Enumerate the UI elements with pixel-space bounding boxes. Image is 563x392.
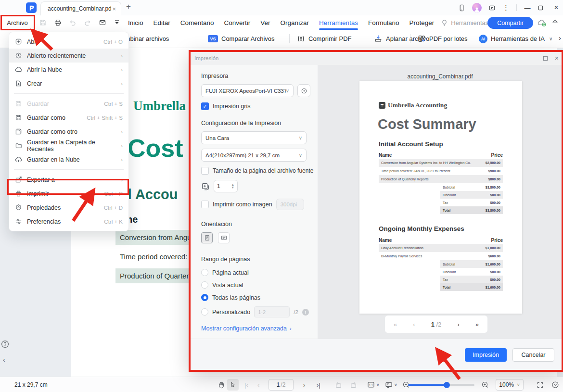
email-icon[interactable] xyxy=(99,19,106,26)
rotate-right-icon[interactable] xyxy=(350,377,357,392)
advanced-settings-link[interactable]: Mostrar configuración avanzada › xyxy=(201,325,318,332)
sides-select[interactable]: Una Cara ∨ xyxy=(201,131,307,144)
undo-icon[interactable] xyxy=(69,19,77,26)
stepper-arrows-icon[interactable]: ▲▼ xyxy=(231,183,234,189)
menu-item-imprimir[interactable]: ImprimirCtrl + P xyxy=(9,187,128,201)
ai-tools-button[interactable]: AI Herramientas de IA ∨ xyxy=(479,30,552,48)
save-icon[interactable] xyxy=(39,19,47,26)
feedback-icon[interactable] xyxy=(488,4,496,12)
tab-herramientas[interactable]: Herramientas xyxy=(319,19,358,26)
hand-tool-icon[interactable] xyxy=(218,377,225,392)
table-row: Bi-Monthly Payroll Services$600.00 xyxy=(379,252,503,260)
tab-editar[interactable]: Editar xyxy=(154,19,170,26)
maximize-button[interactable] xyxy=(538,5,546,11)
table-summary-row: Subtotal$3,800.00 xyxy=(440,183,503,191)
tab-convertir[interactable]: Convertir xyxy=(224,19,251,26)
print-as-image-checkbox[interactable] xyxy=(201,201,209,208)
last-page-icon[interactable]: » xyxy=(475,321,479,328)
tab-ver[interactable]: Ver xyxy=(260,19,270,26)
custom-range-radio[interactable] xyxy=(201,308,208,316)
mobile-app-icon[interactable] xyxy=(458,4,465,12)
select-tool-icon[interactable] xyxy=(227,379,239,391)
paper-size-select[interactable]: A4(210x297mm) 21 x 29,7 cm ∨ xyxy=(201,149,307,162)
print-confirm-button[interactable]: Impresión xyxy=(465,348,507,362)
table-row: Conversion from Angular Systems Inc. to … xyxy=(379,159,503,167)
file-menu-button[interactable]: Archivo xyxy=(2,19,32,26)
cancel-button[interactable]: Cancelar xyxy=(512,348,554,362)
menu-item-guardar-en-la-nube[interactable]: Guardar en la Nube› xyxy=(9,152,128,166)
tab-organizar[interactable]: Organizar xyxy=(281,19,309,26)
current-view-radio[interactable] xyxy=(201,281,208,289)
fullscreen-icon[interactable] xyxy=(537,377,544,392)
grayscale-checkbox[interactable]: ✓ xyxy=(201,102,209,110)
document-tab[interactable]: accounting_Combinar.pdf × xyxy=(40,1,121,15)
vs-icon: VS xyxy=(208,35,218,42)
table-summary-row: Subtotal$1,600.00 xyxy=(440,260,503,268)
copies-icon xyxy=(201,182,210,190)
menu-item-preferencias[interactable]: PreferenciasCtrl + K xyxy=(9,215,128,228)
zoom-slider-knob[interactable] xyxy=(444,382,450,388)
all-pages-radio[interactable] xyxy=(201,294,208,301)
previous-page-icon[interactable]: ‹ xyxy=(413,321,415,328)
tab-inicio[interactable]: Inicio xyxy=(128,19,143,26)
menu-item-guardar-como-otro[interactable]: Guardar como otro› xyxy=(9,125,128,139)
menu-item-abrir-la-nube[interactable]: Abrir la Nube› xyxy=(9,63,128,76)
page-number-input[interactable]: 1/2 xyxy=(269,379,294,391)
redo-icon[interactable] xyxy=(84,19,91,26)
minimize-button[interactable]: — xyxy=(524,4,531,12)
tab-close-icon[interactable]: × xyxy=(111,5,117,13)
actual-size-icon[interactable]: 1:1 ∨ xyxy=(367,377,380,392)
reading-mode-icon[interactable]: ∨ xyxy=(385,377,397,392)
compress-pdf-button[interactable]: Comprimir PDF xyxy=(297,30,352,48)
preview-doc-title: Cost Summary xyxy=(378,116,476,132)
more-view-options-icon[interactable] xyxy=(551,377,559,392)
first-page-icon[interactable]: |‹ xyxy=(244,377,248,392)
next-page-icon[interactable]: › xyxy=(303,377,305,392)
collapse-ribbon-icon[interactable] xyxy=(552,18,558,24)
toolbar-overflow-icon[interactable]: › xyxy=(559,34,561,42)
menu-item-crear[interactable]: Crear› xyxy=(9,76,128,90)
landscape-orientation-button[interactable] xyxy=(218,232,230,243)
help-icon[interactable] xyxy=(1,340,9,348)
more-menu-icon[interactable]: ⋮ xyxy=(502,3,510,12)
batch-pdf-button[interactable]: PDF por lotes xyxy=(418,30,467,48)
close-button[interactable]: × xyxy=(552,3,560,12)
source-size-checkbox[interactable] xyxy=(201,167,209,175)
printer-properties-button[interactable] xyxy=(297,84,310,97)
zoom-slider[interactable] xyxy=(408,384,474,386)
dialog-maximize-icon[interactable] xyxy=(543,56,548,61)
menu-item-abierto-recientemente[interactable]: Abierto recientemente› xyxy=(9,49,128,63)
monthly-heading: Ongoing Monthly Expenses xyxy=(379,225,464,232)
portrait-orientation-button[interactable] xyxy=(201,232,213,243)
zoom-in-icon[interactable] xyxy=(481,377,489,392)
tab-proteger[interactable]: Proteger xyxy=(409,19,434,26)
batch-grid-icon xyxy=(418,35,426,43)
last-page-icon[interactable]: ›| xyxy=(317,377,320,392)
collapse-toolbar-icon[interactable] xyxy=(114,19,120,26)
dialog-close-icon[interactable]: × xyxy=(555,54,559,62)
menu-item-abrir[interactable]: AbrirCtrl + O xyxy=(9,35,128,49)
menu-item-propiedades[interactable]: PropiedadesCtrl + D xyxy=(9,201,128,215)
menu-item-exportar-a[interactable]: Exportar a› xyxy=(9,173,128,187)
next-page-icon[interactable]: › xyxy=(457,321,459,328)
menu-item-guardar-como[interactable]: Guardar comoCtrl + Shift + S xyxy=(9,111,128,125)
current-page-radio[interactable] xyxy=(201,269,208,276)
rotate-left-icon[interactable] xyxy=(335,377,342,392)
compare-files-button[interactable]: VS Comparar Archivos xyxy=(208,30,275,48)
menu-item-guardar-carpeta-recientes[interactable]: Guardar en la Carpeta de Recientes› xyxy=(9,139,128,152)
share-button[interactable]: Compartir xyxy=(487,17,533,29)
copies-stepper[interactable]: 1 ▲▼ xyxy=(214,180,238,192)
custom-range-input[interactable] xyxy=(254,306,290,317)
user-avatar[interactable] xyxy=(472,3,482,13)
zoom-level-select[interactable]: 100%∨ xyxy=(496,379,524,391)
titlebar: accounting_Combinar.pdf × + ⋮ — × xyxy=(0,0,563,15)
tab-comentario[interactable]: Comentario xyxy=(180,19,214,26)
cloud-sync-icon[interactable] xyxy=(537,19,547,27)
sidebar-collapse-icon[interactable]: ‹ xyxy=(3,356,5,364)
previous-page-icon[interactable]: ‹ xyxy=(257,377,259,392)
printer-select[interactable]: FUJI XEROX ApeosPort-VI C3370 ∨ xyxy=(201,84,294,97)
tab-formulario[interactable]: Formulario xyxy=(368,19,399,26)
first-page-icon[interactable]: « xyxy=(394,321,397,328)
print-icon[interactable] xyxy=(54,19,62,26)
new-tab-button[interactable]: + xyxy=(126,2,131,12)
